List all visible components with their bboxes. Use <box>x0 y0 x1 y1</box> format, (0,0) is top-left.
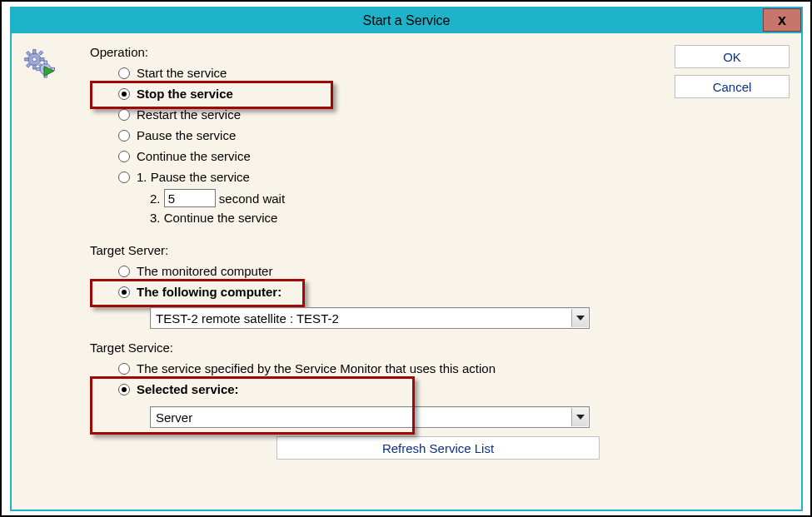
radio-icon <box>118 363 130 375</box>
cancel-button[interactable]: Cancel <box>675 75 790 98</box>
svg-rect-4 <box>40 58 44 61</box>
target-service-section: Target Service: The service specified by… <box>90 341 673 460</box>
radio-label: Start the service <box>137 66 227 80</box>
radio-icon <box>118 109 130 121</box>
titlebar: Start a Service x <box>12 8 801 33</box>
radio-label: Restart the service <box>137 107 241 122</box>
svg-rect-2 <box>33 65 36 69</box>
computer-dropdown[interactable]: TEST-2 remote satellite : TEST-2 <box>150 307 590 329</box>
radio-icon <box>118 151 130 162</box>
target-server-label: Target Server: <box>90 243 673 257</box>
radio-icon <box>118 286 130 298</box>
radio-icon <box>118 384 130 395</box>
radio-icon <box>118 172 130 183</box>
service-dropdown[interactable]: Server <box>150 406 590 428</box>
dialog-buttons: OK Cancel <box>675 45 791 105</box>
combo-step-2-prefix: 2. <box>150 191 161 206</box>
svg-rect-11 <box>44 61 47 64</box>
combo-step-3: 3. Continue the service <box>90 209 673 226</box>
svg-rect-3 <box>25 58 29 61</box>
radio-icon <box>118 88 130 100</box>
radio-pause-service[interactable]: Pause the service <box>90 125 673 146</box>
radio-label: Selected service: <box>137 382 239 396</box>
gears-play-icon <box>23 70 57 84</box>
refresh-wrap: Refresh Service List <box>90 436 673 460</box>
operation-section: Operation: Start the service Stop the se… <box>90 45 673 226</box>
svg-rect-13 <box>37 67 40 70</box>
radio-monitored-computer[interactable]: The monitored computer <box>90 261 673 281</box>
radio-selected-service[interactable]: Selected service: <box>90 379 673 400</box>
window-title: Start a Service <box>363 13 451 28</box>
dropdown-value: TEST-2 remote satellite : TEST-2 <box>156 311 339 326</box>
svg-rect-1 <box>33 50 36 54</box>
combo-step-3-label: 3. Continue the service <box>150 211 277 225</box>
radio-label: The service specified by the Service Mon… <box>137 361 496 375</box>
dropdown-value: Server <box>156 410 192 425</box>
service-dropdown-wrap: Server <box>90 406 673 428</box>
chevron-down-icon <box>571 309 588 327</box>
radio-stop-service[interactable]: Stop the service <box>90 83 673 104</box>
ok-button[interactable]: OK <box>675 45 790 68</box>
refresh-service-list-button[interactable]: Refresh Service List <box>276 436 600 460</box>
chevron-down-icon <box>571 408 588 426</box>
radio-label: Stop the service <box>137 87 233 101</box>
close-icon: x <box>778 12 786 29</box>
radio-pause-wait-continue[interactable]: 1. Pause the service <box>90 167 673 187</box>
dialog-window: Start a Service x <box>10 7 803 511</box>
radio-label: Continue the service <box>137 149 251 163</box>
svg-point-9 <box>32 57 37 62</box>
combo-step-2: 2. second wait <box>90 187 673 209</box>
radio-icon <box>118 67 130 79</box>
target-service-label: Target Service: <box>90 341 673 355</box>
radio-start-service[interactable]: Start the service <box>90 62 673 83</box>
client-area: OK Cancel Operation: Start the service S… <box>12 33 801 510</box>
seconds-input[interactable] <box>164 189 216 207</box>
form-content: Operation: Start the service Stop the se… <box>90 45 673 460</box>
radio-label: The following computer: <box>137 285 281 299</box>
computer-dropdown-wrap: TEST-2 remote satellite : TEST-2 <box>90 307 673 329</box>
radio-label: Pause the service <box>137 128 236 142</box>
target-server-section: Target Server: The monitored computer Th… <box>90 243 673 329</box>
close-button[interactable]: x <box>763 8 801 32</box>
radio-restart-service[interactable]: Restart the service <box>90 104 673 125</box>
radio-continue-service[interactable]: Continue the service <box>90 146 673 167</box>
operation-label: Operation: <box>90 45 673 59</box>
radio-service-by-monitor[interactable]: The service specified by the Service Mon… <box>90 358 673 379</box>
radio-label: The monitored computer <box>137 264 272 278</box>
svg-rect-7 <box>38 51 42 55</box>
radio-label: 1. Pause the service <box>137 170 250 184</box>
radio-icon <box>118 266 130 277</box>
radio-following-computer[interactable]: The following computer: <box>90 281 673 302</box>
dialog-icon <box>23 48 63 84</box>
radio-icon <box>118 130 130 142</box>
combo-step-2-suffix: second wait <box>219 191 285 206</box>
